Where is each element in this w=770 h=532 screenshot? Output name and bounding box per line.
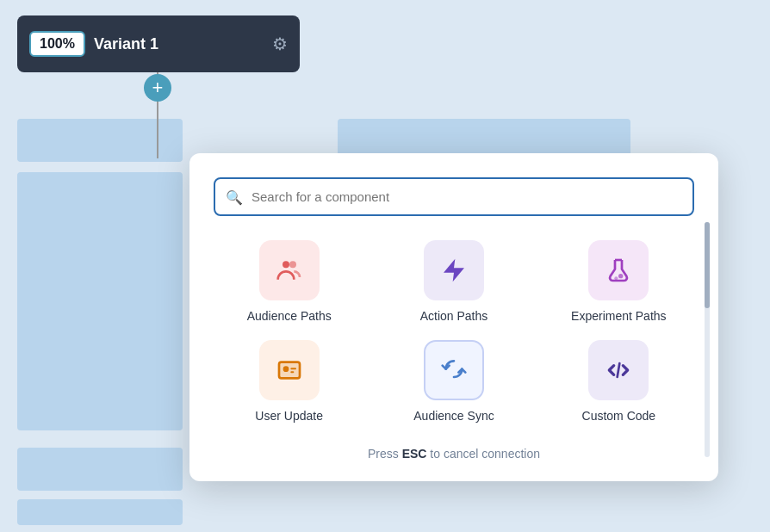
component-item-action-paths[interactable]: Action Paths bbox=[378, 240, 529, 323]
custom-code-label: Custom Code bbox=[582, 409, 656, 423]
component-item-audience-paths[interactable]: Audience Paths bbox=[214, 240, 364, 323]
search-wrapper: 🔍 bbox=[214, 177, 694, 216]
footer-hint: Press ESC to cancel connection bbox=[214, 447, 694, 461]
variant-label: Variant 1 bbox=[94, 35, 264, 53]
search-input[interactable] bbox=[214, 177, 694, 216]
audience-paths-label: Audience Paths bbox=[247, 309, 332, 323]
gear-icon[interactable]: ⚙ bbox=[272, 34, 288, 54]
footer-esc-key: ESC bbox=[402, 447, 427, 461]
svg-rect-10 bbox=[290, 371, 294, 373]
user-update-label: User Update bbox=[255, 409, 323, 423]
svg-point-1 bbox=[289, 261, 296, 268]
component-item-custom-code[interactable]: Custom Code bbox=[543, 340, 694, 423]
variant-percent: 100% bbox=[29, 31, 85, 57]
component-picker-popup: 🔍 Audience Paths Action Paths Experiment… bbox=[189, 153, 718, 481]
footer-text-after: to cancel connection bbox=[430, 447, 540, 461]
bg-block bbox=[17, 172, 183, 430]
experiment-paths-icon bbox=[588, 240, 649, 300]
footer-text-before: Press bbox=[368, 447, 402, 461]
scrollbar-thumb[interactable] bbox=[705, 222, 710, 308]
scrollbar-track[interactable] bbox=[705, 222, 710, 457]
svg-marker-2 bbox=[444, 259, 464, 282]
custom-code-icon bbox=[588, 340, 649, 400]
svg-point-3 bbox=[618, 274, 623, 278]
bg-block bbox=[17, 448, 183, 491]
component-item-audience-sync[interactable]: Audience Sync bbox=[378, 340, 529, 423]
component-item-user-update[interactable]: User Update bbox=[214, 340, 364, 423]
svg-line-11 bbox=[618, 363, 620, 377]
audience-sync-label: Audience Sync bbox=[413, 409, 494, 423]
add-component-button[interactable]: + bbox=[144, 74, 171, 102]
audience-sync-icon bbox=[424, 340, 484, 400]
component-grid: Audience Paths Action Paths Experiment P… bbox=[214, 240, 694, 423]
svg-point-8 bbox=[283, 366, 289, 372]
user-update-icon bbox=[259, 340, 320, 400]
svg-point-0 bbox=[283, 261, 289, 268]
action-paths-label: Action Paths bbox=[420, 309, 488, 323]
experiment-paths-label: Experiment Paths bbox=[571, 309, 667, 323]
action-paths-icon bbox=[424, 240, 484, 300]
variant-node: 100% Variant 1 ⚙ bbox=[17, 15, 300, 72]
search-icon: 🔍 bbox=[226, 189, 243, 205]
svg-rect-9 bbox=[290, 368, 296, 369]
audience-paths-icon bbox=[259, 240, 320, 300]
bg-block bbox=[17, 499, 183, 525]
svg-point-4 bbox=[615, 276, 618, 280]
component-item-experiment-paths[interactable]: Experiment Paths bbox=[543, 240, 694, 323]
svg-rect-6 bbox=[279, 362, 300, 379]
